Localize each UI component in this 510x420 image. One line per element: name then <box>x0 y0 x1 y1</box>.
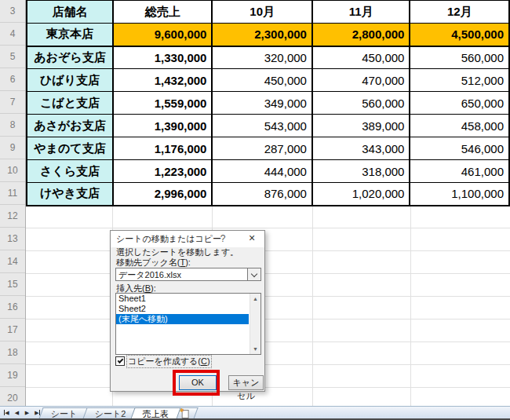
sheet-tab-売上表[interactable]: 売上表 <box>130 407 180 419</box>
row-number[interactable]: 18 <box>0 341 25 364</box>
value-cell[interactable]: 1,390,000 <box>113 115 213 137</box>
store-name-cell[interactable]: やまのて支店 <box>27 137 113 160</box>
create-copy-checkbox[interactable] <box>115 356 125 366</box>
value-cell[interactable]: 1,223,000 <box>113 160 213 183</box>
close-icon[interactable]: × <box>246 232 258 245</box>
scroll-down-icon[interactable]: ▼ <box>250 346 260 352</box>
help-icon[interactable]: ? <box>217 232 229 245</box>
row-number[interactable]: 17 <box>0 319 25 341</box>
gridline <box>26 387 510 388</box>
value-cell[interactable]: 546,000 <box>410 137 509 160</box>
first-sheet-button[interactable]: ◀ <box>2 408 11 418</box>
value-cell[interactable]: 9,600,000 <box>113 24 213 46</box>
dialog-title: シートの移動またはコピー <box>116 233 221 245</box>
row-number[interactable]: 10 <box>0 159 25 182</box>
sales-table: 店舗名総売上10月11月12月東京本店9,600,0002,300,0002,8… <box>26 0 510 206</box>
value-cell[interactable]: 320,000 <box>212 46 311 69</box>
move-copy-sheet-dialog: シートの移動またはコピー ? × 選択したシートを移動します。 移動先ブック名(… <box>110 230 265 392</box>
value-cell[interactable]: 1,020,000 <box>312 183 410 206</box>
sheet-listbox[interactable]: Sheet1Sheet2(末尾へ移動) ▲ ▼ <box>115 293 261 355</box>
value-cell[interactable]: 349,000 <box>212 92 311 115</box>
store-name-cell[interactable]: こばと支店 <box>27 92 113 115</box>
tab-navigation: ◀ ◀ ▶ ▶ <box>0 407 44 418</box>
sheet-list-item[interactable]: Sheet2 <box>116 304 249 314</box>
value-cell[interactable]: 512,000 <box>410 69 509 92</box>
value-cell[interactable]: 876,000 <box>212 183 311 206</box>
gridline <box>26 296 510 297</box>
store-name-cell[interactable]: あおぞら支店 <box>27 46 113 69</box>
row-number[interactable]: 13 <box>0 228 25 250</box>
column-header[interactable]: 店舗名 <box>27 1 113 24</box>
value-cell[interactable]: 2,800,000 <box>312 24 410 46</box>
value-cell[interactable]: 2,996,000 <box>113 183 213 206</box>
row-number[interactable]: 4 <box>0 23 25 46</box>
row-number[interactable]: 19 <box>0 364 25 387</box>
column-header[interactable]: 10月 <box>212 1 311 24</box>
row-number[interactable]: 16 <box>0 296 25 319</box>
column-header[interactable]: 11月 <box>312 1 410 24</box>
column-header[interactable]: 12月 <box>410 1 509 24</box>
cancel-button[interactable]: キャンセル <box>228 375 264 390</box>
row-number[interactable]: 7 <box>0 91 25 114</box>
store-name-cell[interactable]: けやき支店 <box>27 183 113 206</box>
value-cell[interactable]: 287,000 <box>212 137 311 160</box>
gridline <box>410 205 411 406</box>
gridline <box>26 228 510 228</box>
row-number[interactable]: 20 <box>0 387 25 406</box>
row-number[interactable]: 15 <box>0 273 25 296</box>
value-cell[interactable]: 650,000 <box>410 92 509 115</box>
value-cell[interactable]: 470,000 <box>312 69 410 92</box>
destination-book-combobox[interactable]: データ2016.xlsx <box>115 268 261 281</box>
create-copy-label[interactable]: コピーを作成する(C) <box>127 356 211 367</box>
listbox-scrollbar[interactable]: ▲ ▼ <box>250 294 260 354</box>
next-sheet-button[interactable]: ▶ <box>23 408 31 418</box>
sheet-list-item[interactable]: Sheet1 <box>116 294 249 304</box>
row-number[interactable]: 14 <box>0 250 25 273</box>
sheet-list-item[interactable]: (末尾へ移動) <box>116 314 249 324</box>
excel-window: 34567891011121314151617181920 店舗名総売上10月1… <box>0 0 510 420</box>
store-name-cell[interactable]: さくら支店 <box>27 160 113 183</box>
sheet-tab-シート[interactable]: シート <box>38 407 89 419</box>
row-number[interactable]: 3 <box>0 0 25 23</box>
value-cell[interactable]: 560,000 <box>410 46 509 69</box>
row-number[interactable]: 9 <box>0 137 25 159</box>
sheet-tab-シート2[interactable]: シート2 <box>82 407 138 419</box>
dialog-title-bar[interactable]: シートの移動またはコピー <box>111 231 264 247</box>
destination-book-label: 移動先ブック名(T): <box>116 257 191 268</box>
value-cell[interactable]: 450,000 <box>212 69 311 92</box>
row-number[interactable]: 5 <box>0 46 25 68</box>
store-name-cell[interactable]: ひばり支店 <box>27 69 113 92</box>
value-cell[interactable]: 389,000 <box>312 115 410 137</box>
value-cell[interactable]: 1,432,000 <box>113 69 213 92</box>
row-number[interactable]: 12 <box>0 205 25 228</box>
column-header[interactable]: 総売上 <box>113 1 213 24</box>
value-cell[interactable]: 4,500,000 <box>410 24 509 46</box>
value-cell[interactable]: 458,000 <box>410 115 509 137</box>
value-cell[interactable]: 560,000 <box>312 92 410 115</box>
value-cell[interactable]: 450,000 <box>312 46 410 69</box>
chevron-down-icon <box>251 271 257 277</box>
value-cell[interactable]: 1,176,000 <box>113 137 213 160</box>
value-cell[interactable]: 318,000 <box>312 160 410 183</box>
scroll-up-icon[interactable]: ▲ <box>250 296 260 301</box>
annotation-red-box <box>173 370 220 396</box>
value-cell[interactable]: 1,330,000 <box>113 46 213 69</box>
value-cell[interactable]: 343,000 <box>312 137 410 160</box>
row-number[interactable]: 6 <box>0 68 25 91</box>
new-sheet-icon: ✱ <box>182 410 189 418</box>
row-number[interactable]: 8 <box>0 114 25 137</box>
value-cell[interactable]: 461,000 <box>410 160 509 183</box>
value-cell[interactable]: 543,000 <box>212 115 311 137</box>
value-cell[interactable]: 444,000 <box>212 160 311 183</box>
gridline <box>26 364 510 365</box>
row-number[interactable]: 11 <box>0 182 25 205</box>
combobox-value: データ2016.xlsx <box>118 269 181 281</box>
value-cell[interactable]: 1,559,000 <box>113 92 213 115</box>
value-cell[interactable]: 1,100,000 <box>410 183 509 206</box>
combobox-dropdown-button[interactable] <box>247 268 260 280</box>
store-name-cell[interactable]: 東京本店 <box>27 24 113 46</box>
gridline <box>26 319 510 320</box>
store-name-cell[interactable]: あさがお支店 <box>27 115 113 137</box>
value-cell[interactable]: 2,300,000 <box>212 24 311 46</box>
previous-sheet-button[interactable]: ◀ <box>13 408 21 418</box>
